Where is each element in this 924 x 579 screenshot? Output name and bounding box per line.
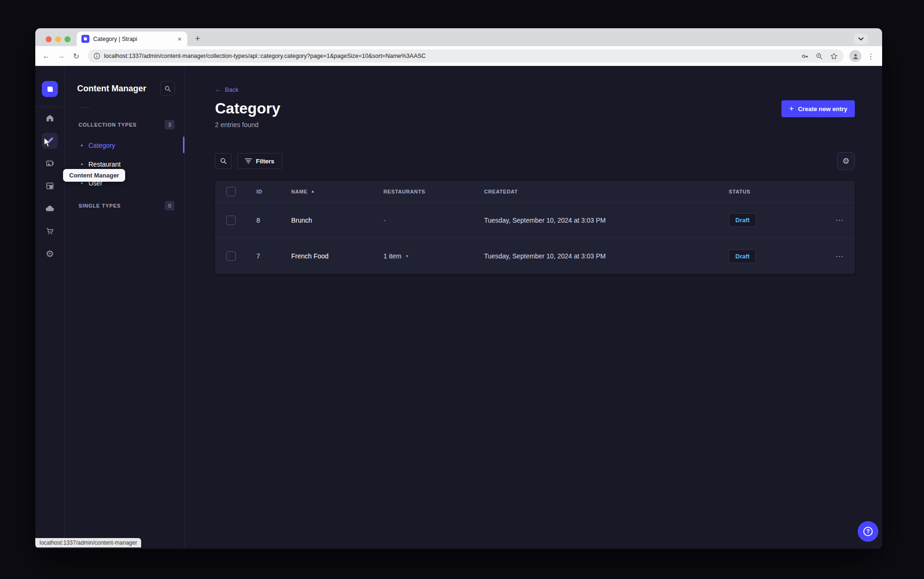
- subnav-divider: [79, 107, 90, 108]
- status-badge: Draft: [729, 249, 756, 263]
- column-header-createdat[interactable]: CREATEDAT: [484, 189, 729, 194]
- strapi-app: ⚙ KD Content Manager COLLECTION TYPES 3 …: [35, 66, 882, 549]
- cell-createdat: Tuesday, September 10, 2024 at 3:03 PM: [484, 252, 729, 260]
- tab-strip-chevron-icon[interactable]: [854, 34, 868, 44]
- back-nav-icon[interactable]: ←: [40, 50, 52, 62]
- tab-strip: Category | Strapi × +: [35, 28, 882, 46]
- window-controls: [46, 36, 71, 42]
- strapi-logo[interactable]: [42, 81, 58, 97]
- row-actions-menu-icon[interactable]: ⋯: [817, 216, 844, 225]
- filters-button[interactable]: Filters: [237, 153, 282, 169]
- single-types-label: SINGLE TYPES: [79, 203, 121, 209]
- cell-id: 7: [256, 252, 291, 260]
- url-text[interactable]: localhost:1337/admin/content-manager/col…: [104, 53, 797, 59]
- browser-tab[interactable]: Category | Strapi ×: [77, 32, 187, 46]
- zoom-window-button[interactable]: [64, 36, 71, 42]
- search-icon: [220, 157, 227, 165]
- browser-profile-avatar[interactable]: [849, 50, 861, 62]
- chevron-down-icon: ▼: [405, 254, 409, 258]
- close-window-button[interactable]: [46, 36, 52, 42]
- tab-title: Category | Strapi: [93, 36, 173, 42]
- subnav-item-category[interactable]: Category: [65, 136, 184, 155]
- table-row[interactable]: 7 French Food 1 item ▼ Tuesday, Septembe…: [215, 238, 855, 274]
- single-types-count: 0: [165, 201, 175, 210]
- strapi-favicon: [81, 35, 89, 43]
- page-title: Category: [215, 100, 855, 117]
- table-search-button[interactable]: [215, 153, 231, 169]
- collection-types-label: COLLECTION TYPES: [79, 122, 136, 128]
- question-mark-icon: ?: [863, 527, 873, 536]
- table-header-row: ID NAME▲ RESTAURANTS CREATEDAT STATUS: [215, 181, 855, 202]
- site-info-icon[interactable]: [94, 53, 100, 59]
- entries-count: 2 entries found: [215, 121, 855, 129]
- media-library-icon[interactable]: [42, 155, 58, 171]
- status-badge: Draft: [729, 213, 756, 227]
- collection-types-count: 3: [165, 120, 175, 129]
- marketplace-cart-icon[interactable]: [42, 223, 58, 239]
- new-tab-button[interactable]: +: [191, 32, 204, 45]
- subnav-title: Content Manager: [77, 84, 146, 94]
- browser-toolbar: ← → ↻ localhost:1337/admin/content-manag…: [35, 46, 882, 66]
- column-header-restaurants[interactable]: RESTAURANTS: [383, 189, 484, 194]
- cell-status: Draft: [729, 213, 817, 227]
- row-checkbox[interactable]: [226, 216, 236, 225]
- bullet-icon: [81, 163, 83, 165]
- zoom-search-icon[interactable]: [815, 52, 823, 60]
- bullet-icon: [81, 182, 83, 184]
- back-arrow-icon: ←: [215, 86, 221, 93]
- content-manager-tooltip: Content Manager: [63, 169, 125, 182]
- list-toolbar: Filters ⚙: [215, 152, 855, 170]
- column-header-id[interactable]: ID: [256, 189, 291, 194]
- cell-id: 8: [256, 217, 291, 224]
- address-bar[interactable]: localhost:1337/admin/content-manager/col…: [88, 49, 844, 63]
- plus-icon: +: [789, 104, 794, 113]
- column-header-name[interactable]: NAME▲: [291, 189, 383, 194]
- sidebar-divider: [35, 107, 65, 107]
- cell-restaurants: -: [383, 217, 484, 224]
- bookmark-star-icon[interactable]: [830, 52, 838, 60]
- content-manager-icon[interactable]: [42, 133, 58, 149]
- view-settings-gear-icon[interactable]: ⚙: [837, 152, 855, 170]
- back-link[interactable]: ← Back: [215, 86, 855, 93]
- cloud-icon[interactable]: [42, 201, 58, 217]
- browser-menu-icon[interactable]: ⋮: [864, 52, 877, 61]
- active-item-indicator: [183, 137, 184, 153]
- reload-icon[interactable]: ↻: [70, 50, 82, 62]
- cell-name: French Food: [291, 252, 383, 260]
- bullet-icon: [81, 145, 83, 146]
- main-content: ← Back Category 2 entries found + Create…: [185, 66, 882, 549]
- password-key-icon[interactable]: [801, 52, 809, 60]
- row-checkbox[interactable]: [226, 251, 236, 261]
- table-row[interactable]: 8 Brunch - Tuesday, September 10, 2024 a…: [215, 202, 855, 238]
- filter-icon: [245, 158, 252, 164]
- link-status-bar: localhost:1337/admin/content-manager: [35, 538, 141, 547]
- settings-gear-icon[interactable]: ⚙: [42, 246, 58, 262]
- minimize-window-button[interactable]: [55, 36, 61, 42]
- entries-table: ID NAME▲ RESTAURANTS CREATEDAT STATUS 8 …: [215, 181, 855, 274]
- browser-window: Category | Strapi × + ← → ↻ localhost:13…: [35, 28, 882, 549]
- main-nav-sidebar: ⚙ KD: [35, 66, 65, 549]
- subnav-search-button[interactable]: [160, 81, 175, 96]
- row-actions-menu-icon[interactable]: ⋯: [817, 252, 844, 261]
- cell-createdat: Tuesday, September 10, 2024 at 3:03 PM: [484, 217, 729, 224]
- forward-nav-icon[interactable]: →: [55, 50, 67, 62]
- home-icon[interactable]: [42, 110, 58, 126]
- tab-close-icon[interactable]: ×: [176, 35, 183, 43]
- content-manager-subnav: Content Manager COLLECTION TYPES 3 Categ…: [65, 66, 185, 549]
- sort-asc-icon: ▲: [311, 189, 315, 193]
- help-button[interactable]: ?: [858, 521, 878, 542]
- column-header-status[interactable]: STATUS: [729, 189, 817, 194]
- cell-name: Brunch: [291, 217, 383, 224]
- create-new-entry-button[interactable]: + Create new entry: [781, 100, 855, 117]
- content-type-builder-icon[interactable]: [42, 178, 58, 194]
- cell-status: Draft: [729, 249, 817, 263]
- search-icon: [164, 85, 171, 92]
- cell-restaurants[interactable]: 1 item ▼: [383, 252, 484, 260]
- select-all-checkbox[interactable]: [226, 187, 236, 196]
